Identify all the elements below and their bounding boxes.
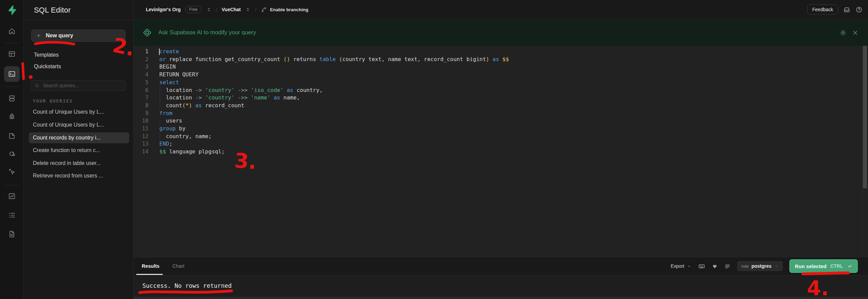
search-queries-input[interactable] (42, 82, 122, 89)
code-text: country, name; (159, 133, 212, 141)
new-query-button[interactable]: New query (31, 30, 125, 42)
sidebar-item-templates[interactable]: Templates (34, 50, 59, 60)
code-text: location -> 'country' ->> 'iso_code' as … (159, 87, 323, 94)
project-name[interactable]: VueChat (222, 7, 241, 12)
project-topbar: Levinlgor's Org Free / VueChat / Enable … (134, 0, 868, 19)
nav-item-realtime[interactable] (4, 164, 20, 180)
code-text: count(*) as record_count (159, 102, 244, 110)
code-text: RETURN QUERY (159, 71, 199, 79)
project-switcher-icon[interactable] (245, 7, 251, 12)
breadcrumb-separator: / (255, 7, 256, 13)
saved-query-item[interactable]: Count of Unique Users by L... (29, 119, 129, 130)
code-line-11: 11group by (134, 125, 868, 133)
nav-rail (0, 0, 24, 299)
ai-assistant-bar[interactable]: Ask Supabase AI to modify your query (134, 19, 868, 46)
code-text: from (159, 110, 173, 117)
nav-item-sql-editor[interactable] (4, 66, 20, 82)
sql-editor-icon (8, 70, 16, 78)
export-button[interactable]: Export (671, 263, 692, 269)
saved-query-item[interactable]: Count records by country i... (29, 132, 129, 143)
notifications-inbox-icon[interactable] (843, 6, 850, 13)
your-queries-section-label: YOUR QUERIES (33, 98, 73, 104)
help-icon[interactable] (855, 6, 863, 13)
query-status-message: Success. No rows returned (142, 282, 232, 289)
plan-badge: Free (185, 6, 202, 13)
saved-query-item[interactable]: Delete record in table user... (29, 158, 129, 169)
org-name[interactable]: Levinlgor's Org (146, 7, 181, 12)
ai-settings-gear-icon[interactable] (840, 29, 847, 36)
role-selector[interactable]: role postgres (737, 261, 783, 271)
nav-item-logs[interactable] (4, 207, 20, 223)
results-pane: Success. No rows returned (134, 275, 868, 297)
code-line-2: 2or replace function get_country_count (… (134, 56, 868, 63)
storage-icon (8, 132, 16, 140)
nav-item-api-docs[interactable] (4, 226, 20, 242)
line-number: 2 (134, 56, 149, 63)
tab-chart[interactable]: Chart (172, 263, 184, 269)
org-switcher-icon[interactable] (206, 7, 212, 12)
run-shortcut-label: CTRL (830, 263, 843, 269)
code-text: users (159, 117, 182, 125)
sidebar-header: SQL Editor (24, 0, 133, 20)
line-number: 12 (134, 133, 149, 141)
feedback-button[interactable]: Feedback (807, 4, 838, 15)
nav-item-auth[interactable] (4, 108, 20, 124)
rail-divider (5, 87, 19, 87)
nav-item-table-editor[interactable] (4, 46, 20, 62)
code-line-4: 4RETURN QUERY (134, 71, 868, 79)
line-number: 1 (134, 48, 149, 56)
text-cursor (159, 49, 160, 55)
saved-query-item[interactable]: Count of Unique Users by L... (29, 107, 129, 117)
home-icon (8, 27, 16, 35)
breadcrumb-separator: / (216, 7, 217, 13)
code-text: or replace function get_country_count ()… (159, 56, 509, 63)
active-tab-underline (136, 274, 163, 275)
code-line-12: 12 country, name; (134, 133, 868, 141)
code-line-13: 13END; (134, 140, 868, 148)
line-number: 10 (134, 117, 149, 125)
nav-item-home[interactable] (4, 23, 20, 39)
sidebar-item-quickstarts[interactable]: Quickstarts (34, 61, 61, 72)
nav-item-database[interactable] (4, 91, 20, 106)
sql-code-editor[interactable]: 1create2or replace function get_country_… (134, 46, 868, 257)
results-toolbar: Results Chart Export role postgres Run s… (134, 257, 868, 275)
ai-prompt-placeholder[interactable]: Ask Supabase AI to modify your query (158, 29, 256, 36)
code-line-3: 3BEGIN (134, 63, 868, 71)
rail-divider (5, 43, 19, 43)
nav-item-reports[interactable] (4, 188, 20, 204)
nav-item-storage[interactable] (4, 128, 20, 144)
sql-sidebar: SQL Editor New query Templates Quickstar… (24, 0, 134, 299)
enable-branching-label: Enable branching (270, 7, 308, 12)
database-icon (8, 94, 16, 102)
line-number: 11 (134, 125, 149, 133)
realtime-icon (8, 168, 16, 176)
run-selected-button[interactable]: Run selected CTRL (789, 259, 858, 273)
chevron-down-icon (774, 264, 779, 268)
auth-icon (8, 112, 16, 120)
favorite-heart-icon[interactable] (712, 263, 718, 269)
bottom-strip (134, 297, 868, 299)
ai-close-icon[interactable] (852, 29, 859, 36)
code-text: create (159, 48, 179, 56)
tab-results[interactable]: Results (142, 263, 159, 269)
editor-scrollbar[interactable] (863, 46, 867, 188)
git-branch-icon (261, 6, 267, 13)
enable-branching-button[interactable]: Enable branching (261, 6, 308, 13)
edge-functions-icon (8, 150, 16, 158)
line-number: 5 (134, 79, 149, 87)
saved-query-item[interactable]: Create function to return c... (29, 145, 129, 156)
code-line-9: 9from (134, 110, 868, 117)
saved-query-item[interactable]: Retrieve record from users ... (29, 170, 129, 181)
supabase-logo[interactable] (7, 5, 17, 17)
line-number: 3 (134, 63, 149, 71)
keyboard-shortcuts-icon[interactable] (698, 263, 705, 270)
sql-editor-page: SQL Editor New query Templates Quickstar… (0, 0, 868, 299)
code-text: $$ language plpgsql; (159, 148, 225, 156)
run-selected-label: Run selected (795, 263, 826, 269)
new-query-label: New query (46, 33, 73, 39)
nav-item-edge-functions[interactable] (4, 146, 20, 162)
rail-divider (5, 185, 19, 185)
format-lines-icon[interactable] (724, 263, 731, 269)
code-line-14: 14$$ language plpgsql; (134, 148, 868, 156)
line-number: 9 (134, 110, 149, 117)
